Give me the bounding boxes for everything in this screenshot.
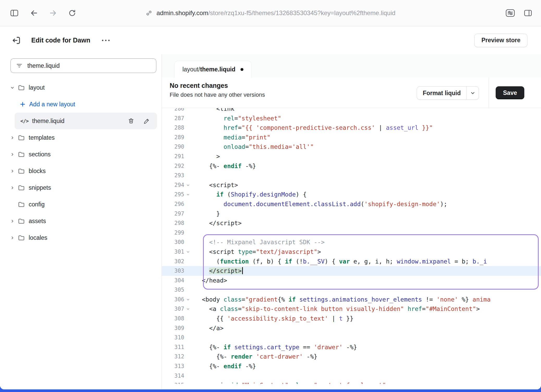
code-line-291[interactable]: 291 > xyxy=(162,152,541,161)
save-button[interactable]: Save xyxy=(496,86,524,99)
folder-icon xyxy=(18,184,25,191)
code-line-293[interactable]: 293 xyxy=(162,171,541,180)
fold-chevron-icon[interactable] xyxy=(184,295,192,304)
code-line-301[interactable]: 301 <script type="text/javascript"> xyxy=(162,247,541,257)
code-line-296[interactable]: 296 document.documentElement.classList.a… xyxy=(162,199,541,209)
chevron-right-icon[interactable] xyxy=(7,169,18,173)
chevron-right-icon[interactable] xyxy=(7,136,18,140)
chevron-right-icon[interactable] xyxy=(7,219,18,223)
sidebar-item-assets[interactable]: assets xyxy=(4,213,157,229)
code-editor[interactable]: 286 <link287 rel="stylesheet"288 href="{… xyxy=(162,108,541,384)
fold-spacer xyxy=(184,218,192,228)
code-line-299[interactable]: 299 xyxy=(162,228,541,238)
code-line-292[interactable]: 292 {%- endif -%} xyxy=(162,161,541,171)
code-line-313[interactable]: 313 {%- endif -%} xyxy=(162,362,541,371)
chevron-right-icon[interactable] xyxy=(7,236,18,240)
line-number: 300 xyxy=(162,237,184,247)
fold-spacer xyxy=(184,199,192,209)
code-text: {%- endif -%} xyxy=(192,362,541,371)
extensions-icon[interactable] xyxy=(506,9,515,17)
code-line-302[interactable]: 302 (function (f, b) { if (!b.__SV) { va… xyxy=(162,257,541,266)
code-line-287[interactable]: 287 rel="stylesheet" xyxy=(162,114,541,123)
tab-label-file: theme.liquid xyxy=(200,66,235,73)
fold-spacer xyxy=(184,276,192,285)
sidebar-item-sections[interactable]: sections xyxy=(4,146,157,163)
code-line-314[interactable]: 314 xyxy=(162,371,541,381)
sidebar-item-label: snippets xyxy=(29,184,51,191)
sidebar-item-blocks[interactable]: blocks xyxy=(4,163,157,179)
chevron-right-icon[interactable] xyxy=(7,186,18,190)
line-number: 297 xyxy=(162,209,184,219)
code-line-309[interactable]: 309 </a> xyxy=(162,323,541,333)
chevron-down-icon[interactable] xyxy=(7,86,18,90)
code-lines: 286 <link287 rel="stylesheet"288 href="{… xyxy=(162,108,541,384)
line-number: 312 xyxy=(162,352,184,362)
sidebar-item-config[interactable]: config xyxy=(4,196,157,213)
line-number: 288 xyxy=(162,123,184,133)
code-line-300[interactable]: 300 <!-- Mixpanel Javascript SDK --> xyxy=(162,237,541,247)
code-line-303[interactable]: 303 </script> xyxy=(162,266,541,276)
preview-store-button[interactable]: Preview store xyxy=(474,34,527,47)
sidebar-item-locales[interactable]: locales xyxy=(4,229,157,246)
sidebar-toggle-icon[interactable] xyxy=(10,9,19,17)
fold-chevron-icon[interactable] xyxy=(184,190,192,199)
code-line-307[interactable]: 307 <a class="skip-to-content-link butto… xyxy=(162,304,541,314)
code-line-294[interactable]: 294 <script> xyxy=(162,180,541,190)
code-line-304[interactable]: 304 </head> xyxy=(162,276,541,285)
fold-spacer xyxy=(184,362,192,371)
sidebar-item-label: assets xyxy=(29,218,46,225)
code-line-286[interactable]: 286 <link xyxy=(162,108,541,114)
chevron-right-icon[interactable] xyxy=(7,152,18,156)
line-number: 306 xyxy=(162,295,184,304)
sidebar-item-templates[interactable]: templates xyxy=(4,129,157,146)
file-filter-input[interactable]: theme.liquid xyxy=(10,58,156,73)
forward-icon[interactable] xyxy=(49,9,57,17)
format-liquid-button[interactable]: Format liquid xyxy=(417,86,479,100)
back-icon[interactable] xyxy=(30,9,38,17)
fold-chevron-icon[interactable] xyxy=(184,180,192,190)
line-number: 296 xyxy=(162,199,184,209)
code-line-308[interactable]: 308 {{ 'accessibility.skip_to_text' | t … xyxy=(162,314,541,323)
code-text: <script type="text/javascript"> xyxy=(192,247,541,257)
sidebar-item-add-a-new-layout[interactable]: Add a new layout xyxy=(15,96,157,113)
sidebar-item-snippets[interactable]: snippets xyxy=(4,179,157,196)
tab-strip: layout/theme.liquid xyxy=(162,54,541,78)
code-line-290[interactable]: 290 onload="this.media='all'" xyxy=(162,142,541,152)
more-actions-icon[interactable] xyxy=(101,39,110,42)
status-subtitle: File does not have any other versions xyxy=(170,91,541,98)
code-line-297[interactable]: 297 } xyxy=(162,209,541,219)
sidebar-item-theme-liquid[interactable]: </>theme.liquid xyxy=(15,113,157,129)
sidebar-item-label: blocks xyxy=(29,168,46,175)
fold-spacer xyxy=(184,237,192,247)
code-line-310[interactable]: 310 xyxy=(162,333,541,342)
code-line-312[interactable]: 312 {%- render 'cart-drawer' -%} xyxy=(162,352,541,362)
chevron-down-icon[interactable] xyxy=(467,87,479,100)
fold-spacer xyxy=(184,352,192,362)
sidebar-right-toggle-icon[interactable] xyxy=(524,9,532,17)
folder-icon xyxy=(18,151,25,158)
version-status: No recent changes File does not have any… xyxy=(162,78,541,98)
code-line-305[interactable]: 305 xyxy=(162,285,541,295)
fold-spacer xyxy=(184,108,192,114)
code-line-288[interactable]: 288 href="{{ 'component-predictive-searc… xyxy=(162,123,541,133)
line-number: 294 xyxy=(162,180,184,190)
reload-icon[interactable] xyxy=(68,9,76,17)
code-line-311[interactable]: 311 {%- if settings.cart_type == 'drawer… xyxy=(162,342,541,352)
code-line-295[interactable]: 295 if (Shopify.designMode) { xyxy=(162,190,541,199)
code-text: </script> xyxy=(192,266,541,276)
sidebar-item-layout[interactable]: layout xyxy=(4,79,157,96)
edit-file-icon[interactable] xyxy=(143,118,150,124)
address-bar[interactable]: admin.shopify.com/store/rzq1xu-f5/themes… xyxy=(146,9,396,17)
delete-file-icon[interactable] xyxy=(128,118,134,124)
code-line-289[interactable]: 289 media="print" xyxy=(162,133,541,142)
code-line-298[interactable]: 298 </script> xyxy=(162,218,541,228)
code-line-306[interactable]: 306 <body class="gradient{% if settings.… xyxy=(162,295,541,304)
exit-editor-icon[interactable] xyxy=(11,35,21,45)
tab-layout-theme-liquid[interactable]: layout/theme.liquid xyxy=(174,61,251,78)
fold-chevron-icon[interactable] xyxy=(184,304,192,314)
code-line-315[interactable]: 315 <main id="MainContent" class="conten… xyxy=(162,381,541,384)
file-tree: layoutAdd a new layout</>theme.liquidtem… xyxy=(0,76,162,246)
unsaved-changes-dot xyxy=(241,68,243,71)
fold-spacer xyxy=(184,333,192,342)
fold-chevron-icon[interactable] xyxy=(184,247,192,257)
